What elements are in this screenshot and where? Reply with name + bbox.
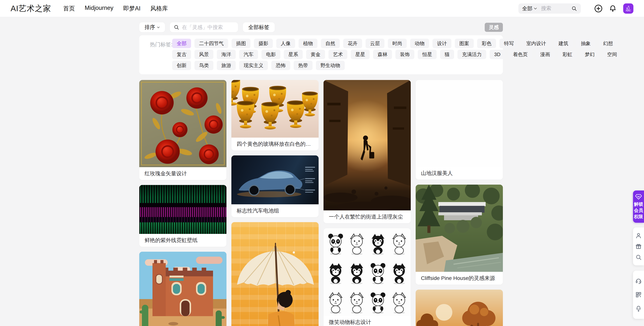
card-caption: 微笑动物标志设计 xyxy=(324,316,411,326)
grid-column-2: 四个黄色的玻璃杯放在白色的表面上 xyxy=(232,80,318,326)
tag-chip[interactable]: 电影 xyxy=(262,50,280,59)
card-red-roses[interactable]: 红玫瑰金矢量设计 xyxy=(139,80,226,180)
tag-chip[interactable]: 野生动物 xyxy=(316,61,345,70)
tag-chip[interactable]: 设计 xyxy=(432,39,452,48)
tag-chip[interactable]: 植物 xyxy=(298,39,318,48)
inspiration-search[interactable] xyxy=(170,22,238,32)
notification-settings-button[interactable] xyxy=(635,305,642,312)
tag-chip[interactable]: 彩色 xyxy=(477,39,496,48)
pixel-house-image xyxy=(139,252,226,326)
tag-chip[interactable]: 云层 xyxy=(366,39,384,48)
tag-chip[interactable]: 插图 xyxy=(232,39,250,48)
unlock-membership-badge[interactable]: 解锁 会员 权限 xyxy=(633,191,644,223)
rewards-button[interactable] xyxy=(635,243,642,250)
tag-chip[interactable]: 彩虹 xyxy=(558,50,577,59)
tag-chip[interactable]: 自然 xyxy=(321,39,340,48)
card-umbrella-woman[interactable] xyxy=(232,222,318,326)
card-animal-logos[interactable]: 微笑动物标志设计 xyxy=(324,228,411,326)
search-scope-value: 全部 xyxy=(522,5,532,12)
tag-chip[interactable]: 时尚 xyxy=(388,39,407,48)
tag-chip[interactable]: 艺术 xyxy=(328,50,347,59)
grid-column-3: 一个人在繁忙的街道上清理灰尘 xyxy=(324,80,411,326)
main-nav: 首页 Midjourney 即梦AI 风格库 xyxy=(63,5,168,13)
plus-circle-icon xyxy=(594,4,602,13)
nav-home[interactable]: 首页 xyxy=(63,5,75,13)
tag-chip[interactable]: 空间 xyxy=(602,50,622,59)
tag-chip[interactable]: 星星 xyxy=(351,50,370,59)
tag-chip[interactable]: 现实主义 xyxy=(239,61,268,70)
cliffside-pine-house-image xyxy=(416,185,503,272)
umbrella-woman-image xyxy=(232,222,318,326)
tag-chip[interactable]: 特写 xyxy=(500,39,518,48)
profile-button[interactable] xyxy=(635,232,642,239)
card-neon-wallpaper[interactable]: 鲜艳的紫外线霓虹壁纸 xyxy=(139,185,226,247)
tag-chip[interactable]: 鸟类 xyxy=(194,61,214,70)
tag-chip[interactable]: 装饰 xyxy=(396,50,414,59)
nav-style-library[interactable]: 风格库 xyxy=(150,5,168,13)
tag-chip[interactable]: 摄影 xyxy=(254,39,273,48)
tag-chip[interactable]: 建筑 xyxy=(554,39,573,48)
global-search-input[interactable] xyxy=(541,6,571,11)
card-street-sweeper[interactable]: 一个人在繁忙的街道上清理灰尘 xyxy=(324,80,411,223)
card-car-battery[interactable]: 标志性汽车电池组 xyxy=(232,155,318,217)
tag-chip[interactable]: 风景 xyxy=(194,50,214,59)
card-pixel-house[interactable] xyxy=(139,252,226,326)
rail-panel-bottom xyxy=(633,271,644,319)
tag-chip[interactable]: 图案 xyxy=(455,39,474,48)
nav-jimeng-ai[interactable]: 即梦AI xyxy=(123,5,140,13)
tag-chip[interactable]: 创新 xyxy=(172,61,191,70)
tag-chip[interactable]: 抽象 xyxy=(576,39,595,48)
tag-chip[interactable]: 海洋 xyxy=(217,50,236,59)
tag-chip[interactable]: 恒星 xyxy=(418,50,437,59)
tag-chip[interactable]: 二十四节气 xyxy=(194,39,228,48)
tag-chip[interactable]: 充满活力 xyxy=(458,50,486,59)
card-caption: 标志性汽车电池组 xyxy=(232,204,318,217)
global-search[interactable]: 全部 xyxy=(518,4,581,14)
tag-row: 创新鸟类旅游现实主义恐怖热带野生动物 xyxy=(172,61,498,70)
tag-chip[interactable]: 复古 xyxy=(172,50,191,59)
card-autumn-landscape[interactable] xyxy=(416,290,503,326)
customer-service-button[interactable] xyxy=(635,277,642,285)
card-cliffside-pine-house[interactable]: Cliffside Pine House的灵感来源 xyxy=(416,185,503,285)
chevron-down-icon xyxy=(157,27,160,28)
tag-chip[interactable]: 幻想 xyxy=(598,39,618,48)
tag-chip[interactable]: 旅游 xyxy=(217,61,236,70)
sort-button[interactable]: 排序 xyxy=(139,22,165,32)
search-icon[interactable] xyxy=(571,6,577,11)
tag-chip[interactable]: 动物 xyxy=(410,39,429,48)
red-roses-image xyxy=(139,80,226,167)
hot-tags-panel: 热门标签: 全部二十四节气插图摄影人像植物自然花卉云层时尚动物设计图案彩色特写室… xyxy=(139,35,503,74)
tag-chip[interactable]: 星系 xyxy=(284,50,303,59)
tag-chip[interactable]: 黄金 xyxy=(306,50,325,59)
nav-midjourney[interactable]: Midjourney xyxy=(85,5,114,13)
search-scope-select[interactable]: 全部 xyxy=(522,5,537,12)
tag-chip[interactable]: 花卉 xyxy=(343,39,362,48)
inspiration-search-input[interactable] xyxy=(182,25,234,30)
notifications-button[interactable] xyxy=(608,4,617,13)
grid-column-4: 山地汉服美人 xyxy=(416,80,503,326)
tag-chip[interactable]: 热带 xyxy=(294,61,312,70)
hanfu-beauty-image-placeholder xyxy=(416,80,503,167)
tag-chip[interactable]: 漫画 xyxy=(536,50,554,59)
card-yellow-goblets[interactable]: 四个黄色的玻璃杯放在白色的表面上 xyxy=(232,80,318,150)
bell-icon xyxy=(609,5,617,13)
qr-code-button[interactable] xyxy=(635,291,642,298)
tag-chip[interactable]: 猫 xyxy=(440,50,454,59)
tag-chip[interactable]: 着色页 xyxy=(508,50,532,59)
card-hanfu-beauty[interactable]: 山地汉服美人 xyxy=(416,80,503,180)
create-button[interactable] xyxy=(594,4,603,13)
tag-chip[interactable]: 室内设计 xyxy=(522,39,550,48)
tag-chip[interactable]: 3D xyxy=(490,50,505,59)
all-tags-button[interactable]: 全部标签 xyxy=(243,22,275,32)
tag-chip[interactable]: 森林 xyxy=(373,50,392,59)
tag-chip[interactable]: 全部 xyxy=(172,39,191,48)
tag-chip[interactable]: 梦幻 xyxy=(580,50,599,59)
user-avatar[interactable] xyxy=(623,4,634,14)
tag-chip[interactable]: 恐怖 xyxy=(271,61,290,70)
rail-search-button[interactable] xyxy=(635,253,642,261)
tag-chip[interactable]: 人像 xyxy=(276,39,295,48)
all-tags-label: 全部标签 xyxy=(248,24,270,31)
tag-chip[interactable]: 汽车 xyxy=(239,50,258,59)
site-logo[interactable]: AI艺术之家 xyxy=(10,3,51,14)
card-caption: Cliffside Pine House的灵感来源 xyxy=(416,272,503,285)
